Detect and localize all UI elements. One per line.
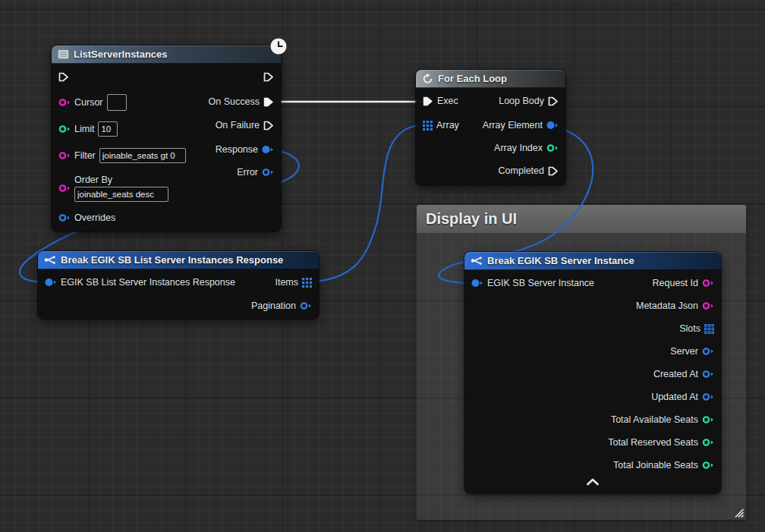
wire-items-to-array[interactable] bbox=[310, 125, 419, 282]
order-by-pin-label: Order By bbox=[74, 175, 168, 185]
cursor-input[interactable] bbox=[107, 94, 127, 111]
items-pin-icon[interactable] bbox=[302, 278, 312, 288]
total-joinable-seats-pin-icon[interactable] bbox=[702, 461, 714, 470]
pin-row-filter: Filter bbox=[58, 148, 186, 163]
error-pin-icon[interactable] bbox=[262, 168, 274, 177]
order-by-pin-icon[interactable] bbox=[58, 184, 71, 193]
total-available-seats-pin-label: Total Available Seats bbox=[611, 414, 698, 425]
pagination-pin-label: Pagination bbox=[251, 301, 296, 311]
node-header[interactable]: Break EGIK SB Server Instance bbox=[464, 252, 721, 270]
node-break-server-instance[interactable]: Break EGIK SB Server Instance EGIK SB Se… bbox=[464, 252, 721, 493]
updated-at-pin-icon[interactable] bbox=[702, 392, 714, 401]
filter-input[interactable] bbox=[99, 148, 186, 163]
metadata-json-pin-label: Metadata Json bbox=[636, 301, 698, 311]
exec-pin-icon[interactable] bbox=[423, 96, 433, 106]
server-pin-label: Server bbox=[670, 346, 698, 357]
loop-icon bbox=[422, 74, 433, 84]
order-by-input[interactable] bbox=[74, 187, 168, 202]
array-pin-label: Array bbox=[436, 120, 459, 131]
break-struct-icon bbox=[471, 256, 483, 266]
pin-row-error: Error bbox=[237, 165, 274, 180]
pin-row-order-by: Order By bbox=[58, 175, 168, 202]
node-title: Break EGIK SB Server Instance bbox=[487, 255, 634, 266]
response-pin-icon[interactable] bbox=[262, 145, 274, 154]
pin-row-exec-in bbox=[58, 69, 69, 84]
pin-row-completed: Completed bbox=[499, 163, 559, 178]
latent-clock-icon bbox=[269, 37, 288, 55]
loop-body-pin-label: Loop Body bbox=[499, 96, 544, 106]
comment-title: Display in UI bbox=[426, 210, 517, 228]
pin-row-server-instance-input: EGIK SB Server Instance bbox=[471, 275, 594, 291]
list-response-input-pin-icon[interactable] bbox=[45, 278, 57, 287]
slots-pin-icon[interactable] bbox=[704, 324, 714, 334]
metadata-json-pin-icon[interactable] bbox=[702, 301, 714, 310]
pin-row-total-joinable-seats: Total Joinable Seats bbox=[613, 458, 714, 473]
total-available-seats-pin-icon[interactable] bbox=[702, 415, 714, 424]
node-title: ListServerInstances bbox=[74, 49, 168, 60]
node-for-each-loop[interactable]: For Each Loop Exec Array Loop Body Array… bbox=[416, 70, 565, 185]
break-struct-icon bbox=[44, 255, 56, 265]
filter-pin-icon[interactable] bbox=[58, 151, 71, 160]
total-reserved-seats-pin-label: Total Reserved Seats bbox=[608, 437, 698, 448]
array-index-pin-label: Array Index bbox=[494, 143, 543, 153]
pin-row-array: Array bbox=[423, 118, 459, 133]
exec-pin-label: Exec bbox=[437, 96, 458, 106]
request-id-pin-icon[interactable] bbox=[702, 279, 714, 288]
completed-pin-label: Completed bbox=[499, 165, 544, 176]
server-instance-input-pin-label: EGIK SB Server Instance bbox=[487, 278, 594, 288]
node-header[interactable]: For Each Loop bbox=[416, 70, 565, 88]
node-title: For Each Loop bbox=[438, 73, 507, 84]
blueprint-canvas[interactable]: Display in UI ListServerInstances bbox=[0, 0, 765, 532]
node-list-server-instances[interactable]: ListServerInstances Cursor Limit Filter bbox=[52, 46, 281, 231]
array-element-pin-label: Array Element bbox=[483, 120, 543, 131]
on-failure-pin-icon[interactable] bbox=[263, 121, 274, 131]
overrides-pin-icon[interactable] bbox=[58, 213, 71, 222]
pin-row-created-at: Created At bbox=[653, 367, 714, 382]
server-instance-input-pin-icon[interactable] bbox=[471, 279, 483, 288]
cursor-pin-icon[interactable] bbox=[58, 98, 71, 107]
pin-row-exec: Exec bbox=[423, 93, 458, 109]
request-id-pin-label: Request Id bbox=[653, 278, 698, 288]
on-success-pin-icon[interactable] bbox=[263, 97, 274, 107]
node-title: Break EGIK SB List Server Instances Resp… bbox=[61, 254, 283, 266]
pin-row-items: Items bbox=[275, 275, 312, 290]
cursor-pin-label: Cursor bbox=[74, 97, 103, 108]
pin-row-slots: Slots bbox=[679, 321, 714, 336]
response-pin-label: Response bbox=[216, 144, 258, 155]
created-at-pin-icon[interactable] bbox=[702, 370, 714, 379]
pin-row-total-available-seats: Total Available Seats bbox=[611, 412, 714, 427]
pin-row-loop-body: Loop Body bbox=[499, 93, 559, 109]
pin-row-on-success: On Success bbox=[209, 94, 274, 109]
pin-row-server: Server bbox=[670, 344, 714, 359]
limit-pin-icon[interactable] bbox=[58, 124, 71, 134]
node-break-list-response[interactable]: Break EGIK SB List Server Instances Resp… bbox=[38, 251, 319, 319]
pin-row-overrides: Overrides bbox=[58, 210, 115, 225]
node-header[interactable]: Break EGIK SB List Server Instances Resp… bbox=[38, 251, 319, 269]
comment-title-bar[interactable]: Display in UI bbox=[417, 205, 746, 233]
slots-pin-label: Slots bbox=[679, 323, 700, 334]
comment-resize-handle[interactable] bbox=[732, 505, 745, 518]
limit-pin-label: Limit bbox=[74, 124, 94, 134]
list-response-input-pin-label: EGIK SB List Server Instances Response bbox=[61, 277, 235, 288]
pin-row-total-reserved-seats: Total Reserved Seats bbox=[608, 435, 714, 450]
node-header[interactable]: ListServerInstances bbox=[52, 46, 281, 64]
server-pin-icon[interactable] bbox=[702, 347, 714, 356]
pin-row-exec-out bbox=[263, 69, 274, 84]
limit-input[interactable] bbox=[98, 121, 118, 137]
exec-in-pin-icon[interactable] bbox=[58, 72, 69, 82]
created-at-pin-label: Created At bbox=[653, 369, 698, 379]
array-index-pin-icon[interactable] bbox=[546, 143, 559, 153]
exec-out-pin-icon[interactable] bbox=[263, 72, 274, 82]
array-element-pin-icon[interactable] bbox=[546, 121, 559, 130]
filter-pin-label: Filter bbox=[74, 150, 96, 161]
pagination-pin-icon[interactable] bbox=[300, 301, 312, 310]
pin-row-request-id: Request Id bbox=[653, 275, 714, 291]
loop-body-pin-icon[interactable] bbox=[548, 96, 559, 106]
completed-pin-icon[interactable] bbox=[548, 166, 559, 176]
array-pin-icon[interactable] bbox=[423, 121, 433, 131]
on-failure-pin-label: On Failure bbox=[216, 120, 260, 131]
collapse-advanced-pins-button[interactable] bbox=[586, 478, 600, 486]
pin-row-pagination: Pagination bbox=[251, 298, 312, 313]
pin-row-limit: Limit bbox=[58, 121, 118, 137]
total-reserved-seats-pin-icon[interactable] bbox=[702, 438, 714, 447]
